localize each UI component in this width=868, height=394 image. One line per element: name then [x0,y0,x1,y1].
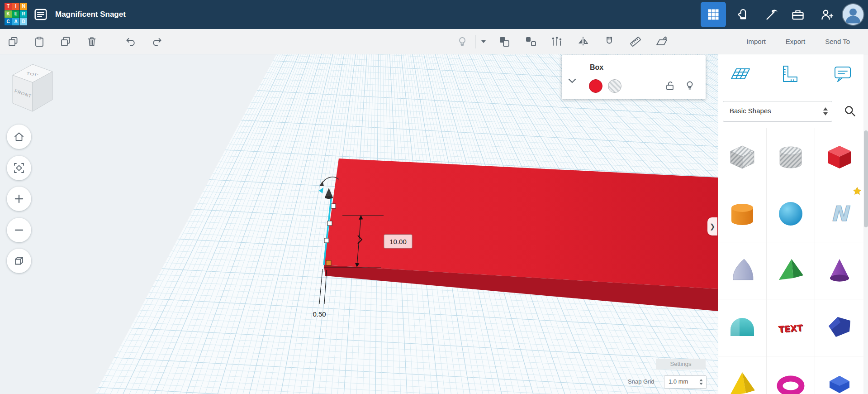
logo-tile: E [12,10,19,18]
ruler-icon[interactable] [622,36,649,48]
updown-caret-icon [699,379,703,385]
shape-box-hole[interactable] [718,128,767,185]
snap-grid-label: Snap Grid [628,378,655,385]
svg-text:N: N [830,202,850,226]
undo-icon[interactable] [118,36,144,48]
redo-icon[interactable] [144,36,170,48]
viewport-3d[interactable]: 10.00 0.50 TOP FRONT [0,54,718,394]
magnet-icon[interactable] [596,36,622,48]
height-cone-base[interactable] [325,196,333,199]
delete-icon[interactable] [79,36,105,48]
width-dimension-value[interactable]: 10.00 [389,238,407,245]
logo-tile: T [5,3,12,10]
export-button[interactable]: Export [776,29,815,54]
scale-handle[interactable] [324,238,329,243]
briefcase-icon[interactable] [788,5,808,24]
shape-pyramid[interactable] [718,356,767,394]
hole-striped-swatch[interactable] [608,79,621,93]
scene-svg: 10.00 0.50 [0,54,718,394]
shape-prism[interactable] [815,356,863,394]
notes-tool-icon[interactable] [832,63,853,84]
ruler-tool-icon[interactable] [780,63,801,84]
design-title[interactable]: Magnificent Snaget [55,0,126,29]
duplicate-icon[interactable] [52,36,79,48]
shape-round-roof[interactable] [718,299,767,356]
shape-paraboloid[interactable] [718,242,767,299]
shape-text[interactable]: TEXT TEXT [767,299,815,356]
lock-open-icon[interactable] [665,81,676,91]
shape-torus[interactable] [767,356,815,394]
shape-cone[interactable] [815,242,863,299]
show-all-bulb-icon[interactable] [449,36,475,48]
shape-polygon[interactable] [815,299,863,356]
shape-category-value: Basic Shapes [730,107,771,115]
import-button[interactable]: Import [736,29,776,54]
shape-inspector-panel: Box [562,55,706,99]
perspective-toggle-button[interactable] [7,249,31,273]
snap-grid-value: 1.0 mm [669,378,688,385]
snap-grid-dropdown[interactable]: 1.0 mm [664,375,707,389]
home-view-button[interactable] [7,125,31,149]
logo-tile: A [12,18,19,25]
scale-handle[interactable] [331,204,336,208]
svg-text:TEXT: TEXT [778,322,803,334]
shape-grid: N [718,128,863,394]
active-corner-handle[interactable] [326,260,331,265]
shape-cylinder[interactable] [718,185,767,242]
shape-scribble[interactable]: N [815,185,863,242]
elevation-dimension-value[interactable]: 0.50 [313,310,326,318]
panel-collapse-chevron[interactable]: ❯ [707,217,717,235]
mirror-icon[interactable] [570,36,596,48]
shape-sphere[interactable] [767,185,815,242]
zoom-in-button[interactable] [7,187,31,211]
sidebar-scrollbar[interactable] [863,54,868,394]
zoom-out-button[interactable] [7,218,31,242]
group-icon[interactable] [491,36,517,48]
shape-cylinder-hole[interactable] [767,128,815,185]
copy-icon[interactable] [0,36,26,48]
logo-tile: D [20,18,27,25]
logo-tile: R [20,10,27,18]
align-icon[interactable] [544,36,570,48]
workplane-icon[interactable] [649,36,675,48]
shape-box[interactable] [815,128,863,185]
design-list-icon[interactable] [33,7,48,22]
app-header: TINKERCAD Magnificent Snaget [0,0,868,29]
view-cube[interactable]: TOP FRONT [9,59,59,120]
paste-icon[interactable] [26,36,52,48]
inspector-title: Box [590,63,603,72]
search-icon[interactable] [840,101,860,121]
shape-roof[interactable] [767,242,815,299]
invite-person-icon[interactable] [817,5,837,24]
pickaxe-icon[interactable] [762,5,782,24]
logo-tile: I [12,3,19,10]
shape-category-select[interactable]: Basic Shapes [723,101,832,122]
show-all-caret-icon[interactable] [475,35,491,48]
favorite-star-icon[interactable] [853,187,862,196]
logo-tile: K [5,10,12,18]
logo-tile: N [20,3,27,10]
blocks-grid-icon[interactable] [701,2,726,27]
workplane-tool-icon[interactable] [730,63,751,84]
solid-color-swatch[interactable] [589,79,602,93]
send-to-button[interactable]: Send To [815,29,860,54]
fit-view-button[interactable] [7,156,31,180]
hide-bulb-icon[interactable] [685,80,696,91]
select-caret-icon [823,106,828,116]
shapes-sidebar: Basic Shapes [718,54,868,394]
ungroup-icon[interactable] [517,36,544,48]
scale-handle[interactable] [327,221,332,226]
toolbar: Import Export Send To [0,29,868,54]
settings-button[interactable]: Settings [656,359,706,370]
chevron-down-icon[interactable] [567,76,577,86]
avatar[interactable] [843,4,863,25]
logo-tile: C [5,18,12,25]
tinkercad-logo[interactable]: TINKERCAD [5,3,27,25]
scrollbar-thumb[interactable] [864,130,868,227]
mitten-icon[interactable] [732,5,752,24]
